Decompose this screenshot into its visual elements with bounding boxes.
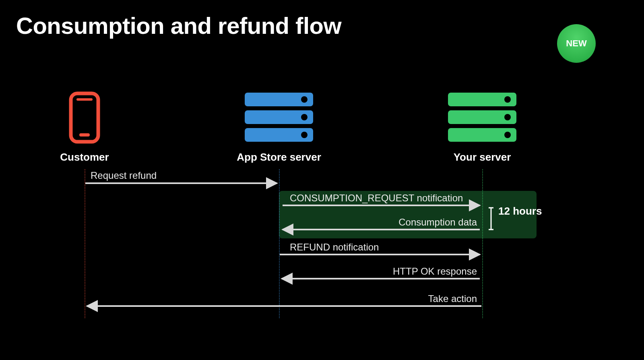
duration-label: 12 hours (498, 205, 542, 217)
slide-title: Consumption and refund flow (16, 12, 341, 39)
svg-rect-2 (79, 133, 90, 137)
lifeline-customer (85, 169, 85, 318)
new-badge: NEW (557, 24, 596, 63)
actor-label-customer: Customer (60, 151, 109, 163)
lifeline-yourserver (482, 169, 483, 318)
msg-take-action: Take action (428, 293, 477, 304)
msg-consumption-data: Consumption data (398, 217, 477, 228)
actor-label-appstore: App Store server (237, 151, 321, 163)
sequence-diagram: Customer App Store server Your server (0, 93, 644, 342)
msg-consumption-request: CONSUMPTION_REQUEST notification (290, 192, 463, 204)
server-icon-yourserver (448, 93, 516, 146)
msg-refund-notification: REFUND notification (290, 242, 379, 253)
lifeline-appstore (279, 169, 280, 318)
actor-label-yourserver: Your server (454, 151, 511, 163)
server-icon-appstore (245, 93, 313, 146)
phone-icon (68, 91, 101, 144)
msg-request-refund: Request refund (91, 170, 157, 181)
msg-http-ok: HTTP OK response (393, 266, 477, 277)
